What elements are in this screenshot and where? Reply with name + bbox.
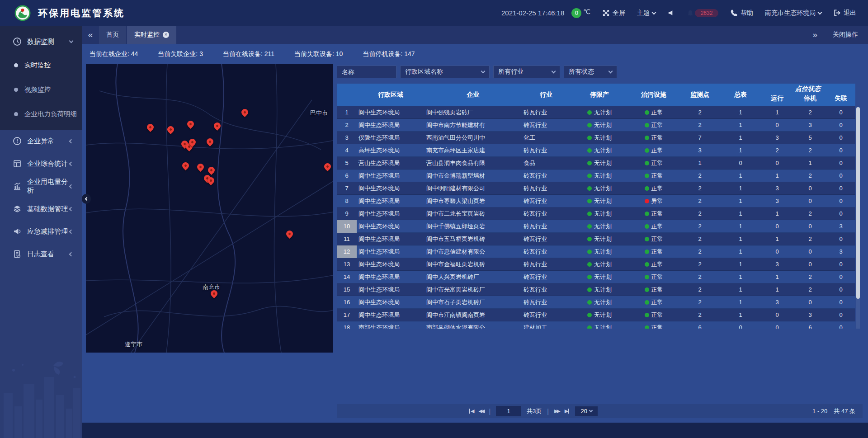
table-row[interactable]: 13阆中生态环境局阆中市金福旺页岩机砖砖瓦行业无计划正常21300 — [337, 258, 855, 271]
theme-dropdown[interactable]: 主题 — [637, 9, 656, 17]
cell-company: 阆中市忠信建材有限公 — [425, 248, 522, 256]
table-row[interactable]: 7阆中生态环境局阆中明阳建材有限公司砖瓦行业无计划正常21300 — [337, 182, 855, 195]
close-operations-button[interactable]: 关闭操作 — [833, 31, 858, 39]
prev-page-button[interactable]: ◀◀ — [478, 408, 483, 414]
cell-facility-status: 正常 — [628, 260, 679, 268]
cell-total-meters: 1 — [721, 134, 760, 141]
cell-region: 阆中生态环境局 — [357, 222, 425, 231]
industry-filter-select[interactable]: 所有行业 — [493, 66, 560, 78]
table-row[interactable]: 14阆中生态环境局阆中大兴页岩机砖厂砖瓦行业无计划正常21120 — [337, 271, 855, 283]
table-row[interactable]: 15阆中生态环境局阆中市光富页岩机砖厂砖瓦行业无计划正常21120 — [337, 283, 855, 296]
table-row[interactable]: 1阆中生态环境局阆中强锐页岩砖厂砖瓦行业无计划正常21120 — [337, 106, 855, 119]
volume-icon[interactable] — [667, 9, 675, 17]
cell-disconnected: 0 — [826, 134, 855, 141]
cell-stopped: 3 — [794, 311, 826, 318]
table-row[interactable]: 3仪陇生态环境局西南油气田分公司川中化工无计划正常71350 — [337, 132, 855, 144]
cell-company: 阆中市江南镇阆南页岩 — [425, 311, 522, 319]
logout-button[interactable]: 退出 — [833, 9, 856, 17]
cell-company: 阆中大兴页岩机砖厂 — [425, 273, 522, 281]
cell-disconnected: 0 — [826, 198, 855, 204]
tabs-scroll-right-icon[interactable]: » — [812, 30, 817, 40]
region-filter-select[interactable]: 行政区域名称 — [400, 66, 490, 78]
status-dot-icon — [645, 110, 649, 115]
tabs-scroll-left-icon[interactable]: « — [82, 26, 99, 44]
sidebar-item-emergency-reduction[interactable]: 应急减排管理 — [0, 220, 82, 243]
table-row[interactable]: 6阆中生态环境局阆中市金博瑞新型墙材砖瓦行业无计划正常21120 — [337, 170, 855, 182]
map-panel[interactable]: 巴中市南充市遂宁市 — [86, 64, 333, 353]
table-row[interactable]: 10阆中生态环境局阆中千佛镇五郎垭页岩砖瓦行业无计划正常21003 — [337, 220, 855, 233]
cell-stopped: 2 — [794, 109, 826, 116]
org-dropdown[interactable]: 南充市生态环境局 — [765, 9, 821, 17]
next-page-button[interactable]: ▶▶ — [554, 408, 559, 414]
sidebar-item-video-monitoring[interactable]: 视频监控 — [0, 77, 82, 102]
table-row[interactable]: 8阆中生态环境局阆中市枣碧大梁山页岩砖瓦行业无计划异常21300 — [337, 195, 855, 207]
page-size-select[interactable]: 20 — [575, 406, 598, 416]
sidebar-item-enterprise-power-analysis[interactable]: 企业用电量分析 — [0, 175, 82, 198]
sidebar-item-enterprise-power-load-detail[interactable]: 企业电力负荷明细 — [0, 102, 82, 126]
filter-bar: 行政区域名称 所有行业 所有状态 — [337, 66, 617, 78]
sidebar-item-log-view[interactable]: 日志查看 — [0, 243, 82, 265]
table-row[interactable]: 12阆中生态环境局阆中市忠信建材有限公砖瓦行业无计划正常21003 — [337, 245, 855, 258]
cell-monitor-points: 2 — [679, 198, 721, 204]
logout-icon — [833, 9, 841, 17]
cell-running: 3 — [760, 134, 794, 141]
cell-stopped: 2 — [794, 273, 826, 280]
help-button[interactable]: 帮助 — [730, 9, 753, 17]
cell-company: 阆中市光富页岩机砖厂 — [425, 286, 522, 294]
first-page-button[interactable]: ◀ — [468, 408, 473, 414]
sidebar-item-data-monitoring[interactable]: 数据监测 — [0, 30, 82, 53]
cell-company: 西南油气田分公司川中 — [425, 134, 522, 142]
cell-limit-status: 无计划 — [571, 121, 628, 129]
sidebar-item-realtime-monitoring[interactable]: 实时监控 — [0, 53, 82, 77]
cell-company: 阆中明阳建材有限公司 — [425, 184, 522, 193]
cell-disconnected: 0 — [826, 286, 855, 293]
layers-icon — [13, 204, 22, 213]
cell-industry: 砖瓦行业 — [522, 273, 571, 281]
cell-running: 3 — [760, 299, 794, 306]
sidebar-item-enterprise-abnormal[interactable]: 企业异常 — [0, 130, 82, 152]
cell-stopped: 0 — [794, 185, 826, 192]
status-filter-select[interactable]: 所有状态 — [564, 66, 617, 78]
stat-item: 当前停机设备: 147 — [363, 50, 415, 58]
cell-stopped: 2 — [794, 210, 826, 217]
notification-bell[interactable]: 2632 — [687, 9, 718, 17]
tab-home[interactable]: 首页 — [99, 26, 126, 44]
table-row[interactable]: 5营山生态环境局营山县润丰肉食品有限食品无计划正常10010 — [337, 157, 855, 170]
cell-stopped: 2 — [794, 172, 826, 179]
page-number-input[interactable] — [496, 406, 521, 416]
fullscreen-button[interactable]: 全屏 — [602, 9, 625, 17]
last-page-button[interactable]: ▶ — [565, 408, 570, 414]
table-scrollbar[interactable] — [856, 107, 860, 329]
cell-monitor-points: 2 — [679, 172, 721, 179]
table-row[interactable]: 16阆中生态环境局阆中市石子页岩机砖厂砖瓦行业无计划正常21300 — [337, 296, 855, 309]
cell-region: 仪陇生态环境局 — [357, 134, 425, 142]
sidebar-item-basic-data-management[interactable]: 基础数据管理 — [0, 198, 82, 220]
table-row[interactable]: 2阆中生态环境局阆中市南方节能建材有砖瓦行业无计划正常21030 — [337, 119, 855, 132]
cell-total-meters: 1 — [721, 286, 760, 293]
map-collapse-button[interactable] — [82, 194, 91, 204]
table-row[interactable]: 18南部生态环境局南部县砌体水泥有限公建材加工无计划正常60060 — [337, 321, 855, 329]
table-row[interactable]: 4高坪生态环境局南充市高坪区王家店建砖瓦行业无计划正常31220 — [337, 144, 855, 157]
status-dot-icon — [645, 212, 649, 216]
tab-bar: « 首页实时监控× » 关闭操作 — [82, 26, 868, 44]
stat-item: 当前在线企业: 44 — [90, 50, 138, 58]
close-icon[interactable]: × — [163, 32, 169, 38]
table-row[interactable]: 11阆中生态环境局阆中市五马桥页岩机砖砖瓦行业无计划正常21120 — [337, 233, 855, 245]
chevron-down-icon — [69, 39, 74, 43]
megaphone-icon — [13, 227, 22, 236]
cell-disconnected: 0 — [826, 122, 855, 128]
cell-stopped: 2 — [794, 235, 826, 242]
name-filter-input[interactable] — [337, 66, 396, 78]
tab-realtime-monitoring[interactable]: 实时监控× — [127, 26, 176, 44]
scrollbar-thumb[interactable] — [856, 107, 860, 299]
total-pages-label: 共3页 — [527, 407, 542, 415]
table-row[interactable]: 17阆中生态环境局阆中市江南镇阆南页岩砖瓦行业无计划正常21030 — [337, 309, 855, 321]
cell-stopped: 0 — [794, 248, 826, 255]
sidebar-item-enterprise-statistics[interactable]: 企业综合统计 — [0, 152, 82, 175]
table-row[interactable]: 9阆中生态环境局阆中市二龙长宝页岩砖砖瓦行业无计划正常21120 — [337, 207, 855, 220]
cell-monitor-points: 2 — [679, 311, 721, 318]
cell-region: 阆中生态环境局 — [357, 286, 425, 294]
chevron-left-icon — [85, 197, 89, 201]
chevron-down-icon — [818, 10, 822, 14]
cell-company: 阆中市石子页岩机砖厂 — [425, 298, 522, 306]
